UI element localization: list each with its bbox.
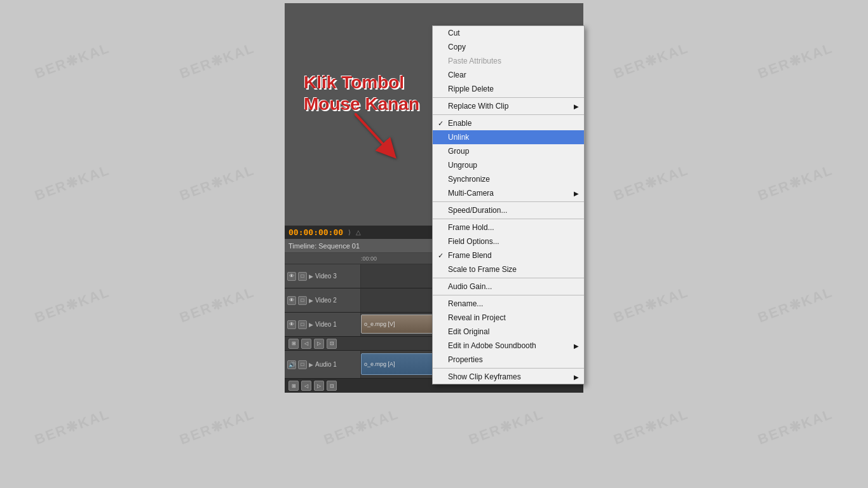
- track-video3-controls: 👁 □ ▶ Video 3: [285, 264, 361, 288]
- track-visibility-btn[interactable]: 👁: [287, 272, 296, 281]
- audio-clip-label: o_e.mpg [A]: [364, 361, 395, 367]
- menu-item-group-label: Group: [448, 147, 469, 156]
- submenu-arrow-icon-4: ▶: [574, 374, 579, 381]
- menu-item-ripple-delete-label: Ripple Delete: [448, 85, 494, 93]
- menu-item-enable-label: Enable: [448, 119, 471, 128]
- menu-item-clear-label: Clear: [448, 71, 466, 79]
- menu-item-frame-hold[interactable]: Frame Hold...: [433, 220, 584, 234]
- menu-item-copy[interactable]: Copy: [433, 40, 584, 54]
- menu-item-field-options-label: Field Options...: [448, 237, 499, 246]
- track-lock-btn[interactable]: □: [298, 360, 307, 369]
- svg-line-1: [355, 113, 390, 151]
- checkmark-icon-2: ✓: [438, 252, 444, 260]
- menu-item-unlink[interactable]: Unlink: [433, 130, 584, 144]
- track-extra-btn4[interactable]: ⊡: [327, 339, 337, 349]
- checkmark-icon: ✓: [438, 119, 444, 128]
- menu-item-properties-label: Properties: [448, 355, 483, 364]
- menu-item-reveal-in-project[interactable]: Reveal in Project: [433, 311, 584, 325]
- menu-item-paste-attributes[interactable]: Paste Attributes: [433, 54, 584, 68]
- annotation-line1: Klik Tombol: [304, 72, 419, 93]
- track-lock-btn[interactable]: □: [298, 320, 307, 329]
- menu-item-frame-blend-label: Frame Blend: [448, 251, 492, 260]
- menu-item-clear[interactable]: Clear: [433, 68, 584, 82]
- annotation-line2: Mouse Kanan: [304, 93, 419, 115]
- track-extra-btn1[interactable]: ⊞: [288, 339, 299, 349]
- menu-item-synchronize-label: Synchronize: [448, 175, 490, 184]
- timeline-prev-btn[interactable]: ◁: [301, 381, 311, 391]
- track-video3-label: Video 3: [315, 273, 358, 280]
- track-extra-btn3[interactable]: ▷: [314, 339, 324, 349]
- menu-item-frame-hold-label: Frame Hold...: [448, 223, 494, 232]
- ruler-time: :00:00: [361, 255, 377, 262]
- main-content: 00:00:00:00 ⟩ △ Timeline: Sequence 01 ✕ …: [285, 3, 583, 486]
- menu-item-enable[interactable]: ✓ Enable: [433, 116, 584, 130]
- menu-item-replace-with-clip[interactable]: Replace With Clip ▶: [433, 99, 584, 113]
- menu-item-cut[interactable]: Cut: [433, 26, 584, 40]
- track-lock-btn[interactable]: □: [298, 272, 307, 281]
- menu-item-multi-camera-label: Multi-Camera: [448, 189, 494, 198]
- menu-item-rename[interactable]: Rename...: [433, 297, 584, 311]
- track-video1-controls: 👁 □ ▶ Video 1: [285, 313, 361, 336]
- timeline-end-btn[interactable]: ⊡: [327, 381, 337, 391]
- track-mute-btn[interactable]: 🔊: [287, 360, 296, 369]
- timecode-display: 00:00:00:00: [288, 227, 343, 237]
- menu-item-copy-label: Copy: [448, 43, 466, 51]
- menu-item-edit-original-label: Edit Original: [448, 327, 489, 336]
- menu-item-show-clip-keyframes[interactable]: Show Clip Keyframes ▶: [433, 370, 584, 384]
- menu-item-soundbooth-label: Edit in Adobe Soundbooth: [448, 341, 536, 350]
- menu-item-reveal-label: Reveal in Project: [448, 313, 506, 322]
- menu-separator-2: [433, 114, 584, 115]
- track-video2-controls: 👁 □ ▶ Video 2: [285, 288, 361, 312]
- menu-item-synchronize[interactable]: Synchronize: [433, 172, 584, 186]
- menu-item-rename-label: Rename...: [448, 299, 483, 308]
- menu-item-properties[interactable]: Properties: [433, 353, 584, 367]
- track-visibility-btn[interactable]: 👁: [287, 296, 296, 305]
- menu-item-audio-gain-label: Audio Gain...: [448, 282, 492, 291]
- timeline-zoom-btn[interactable]: ⊞: [288, 381, 299, 391]
- menu-item-cut-label: Cut: [448, 29, 460, 37]
- track-extra-btn2[interactable]: ◁: [301, 339, 311, 349]
- menu-item-keyframes-label: Show Clip Keyframes: [448, 372, 521, 381]
- menu-item-replace-label: Replace With Clip: [448, 102, 508, 111]
- context-menu: Cut Copy Paste Attributes Clear Ripple D…: [432, 25, 585, 384]
- menu-separator-4: [433, 219, 584, 219]
- menu-separator-5: [433, 278, 584, 278]
- track-video1-label: Video 1: [315, 321, 358, 328]
- menu-item-ungroup-label: Ungroup: [448, 161, 477, 170]
- menu-item-unlink-label: Unlink: [448, 133, 469, 142]
- menu-item-audio-gain[interactable]: Audio Gain...: [433, 280, 584, 294]
- annotation-overlay: Klik Tombol Mouse Kanan: [304, 72, 419, 114]
- video-clip-label: o_e.mpg [V]: [364, 321, 395, 327]
- menu-separator-6: [433, 295, 584, 295]
- menu-item-speed-duration-label: Speed/Duration...: [448, 206, 507, 215]
- menu-item-field-options[interactable]: Field Options...: [433, 234, 584, 248]
- submenu-arrow-icon-2: ▶: [574, 190, 579, 197]
- menu-item-edit-in-soundbooth[interactable]: Edit in Adobe Soundbooth ▶: [433, 339, 584, 353]
- annotation-arrow: [355, 113, 405, 164]
- track-lock-btn[interactable]: □: [298, 296, 307, 305]
- timeline-next-btn[interactable]: ▷: [314, 381, 324, 391]
- menu-item-group[interactable]: Group: [433, 144, 584, 158]
- menu-item-multi-camera[interactable]: Multi-Camera ▶: [433, 186, 584, 200]
- menu-separator-3: [433, 201, 584, 202]
- menu-item-frame-blend[interactable]: ✓ Frame Blend: [433, 248, 584, 262]
- menu-item-paste-attributes-label: Paste Attributes: [448, 57, 501, 65]
- track-audio1-label: Audio 1: [315, 361, 358, 368]
- menu-item-scale-to-frame[interactable]: Scale to Frame Size: [433, 262, 584, 276]
- menu-separator-1: [433, 97, 584, 98]
- menu-item-ripple-delete[interactable]: Ripple Delete: [433, 82, 584, 96]
- track-audio1-controls: 🔊 □ ▶ Audio 1: [285, 351, 361, 378]
- track-video2-label: Video 2: [315, 297, 358, 304]
- menu-item-scale-label: Scale to Frame Size: [448, 265, 517, 274]
- submenu-arrow-icon: ▶: [574, 103, 579, 110]
- menu-item-ungroup[interactable]: Ungroup: [433, 158, 584, 172]
- menu-item-edit-original[interactable]: Edit Original: [433, 325, 584, 339]
- track-visibility-btn[interactable]: 👁: [287, 320, 296, 329]
- menu-separator-7: [433, 368, 584, 369]
- menu-item-speed-duration[interactable]: Speed/Duration...: [433, 203, 584, 217]
- submenu-arrow-icon-3: ▶: [574, 342, 579, 349]
